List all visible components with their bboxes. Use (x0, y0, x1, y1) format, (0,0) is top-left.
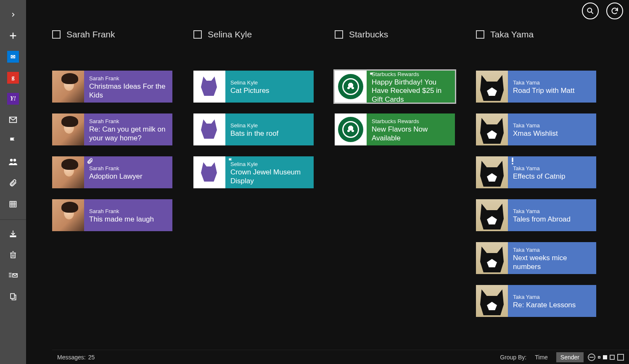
attachment-icon (87, 158, 93, 164)
chevron-right-icon (10, 12, 16, 18)
calendar-icon (9, 200, 17, 208)
nav-copy[interactable] (0, 286, 26, 307)
message-subject: Next weeks mice numbers (513, 254, 591, 271)
svg-rect-20 (11, 294, 14, 299)
message-sender: Taka Yama (513, 165, 591, 171)
message-tile[interactable]: Sarah FrankThis made me laugh (52, 199, 172, 231)
size-xs[interactable] (598, 356, 600, 359)
avatar (476, 199, 508, 231)
column-header[interactable]: Sarah Frank (52, 29, 172, 40)
svg-rect-25 (589, 357, 594, 358)
account-outlook[interactable]: ✉ (0, 46, 26, 67)
message-subject: Effects of Catnip (513, 172, 591, 181)
message-body: Starbucks RewardsNew Flavors Now Availab… (367, 113, 455, 145)
download-icon (9, 229, 17, 238)
search-icon (586, 7, 595, 15)
message-subject: Re: Can you get milk on your way home? (89, 125, 167, 142)
avatar (335, 113, 367, 145)
select-all-checkbox[interactable] (335, 30, 343, 39)
svg-rect-23 (512, 158, 513, 162)
message-tile[interactable]: Taka YamaTales from Abroad (476, 199, 596, 231)
search-button[interactable] (582, 3, 599, 19)
account-google[interactable]: g (0, 67, 26, 88)
avatar (476, 156, 508, 188)
message-sender: Starbucks Rewards (372, 118, 450, 124)
zoom-out-button[interactable] (588, 353, 595, 361)
message-sender: Sarah Frank (89, 118, 167, 124)
message-body: Selina KyleCat Pictures (225, 71, 314, 103)
nav-attachments[interactable] (0, 172, 26, 193)
expand-sidebar-button[interactable] (0, 4, 26, 25)
groupby-time[interactable]: Time (531, 352, 552, 362)
message-body: Taka YamaRe: Karate Lessons (508, 285, 596, 317)
size-md[interactable] (610, 355, 615, 360)
message-tile[interactable]: Sarah FrankRe: Can you get milk on your … (52, 113, 172, 145)
svg-point-4 (13, 159, 16, 161)
select-all-checkbox[interactable] (476, 30, 484, 39)
size-lg[interactable] (617, 354, 624, 361)
svg-point-3 (10, 159, 13, 161)
select-all-checkbox[interactable] (52, 30, 61, 39)
message-tile[interactable]: Taka YamaRe: Karate Lessons (476, 285, 596, 317)
message-sender: Taka Yama (513, 79, 591, 86)
message-tile[interactable]: Taka YamaRoad Trip with Matt (476, 71, 596, 103)
message-tile[interactable]: Taka YamaNext weeks mice numbers (476, 242, 596, 274)
message-sender: Selina Kyle (230, 161, 309, 167)
message-tile[interactable]: Taka YamaXmas Wishlist (476, 113, 596, 145)
message-sender: Selina Kyle (230, 122, 309, 129)
avatar (52, 71, 84, 103)
groupby-sender[interactable]: Sender (556, 352, 584, 362)
avatar (52, 113, 84, 145)
account-yahoo[interactable]: Y! (0, 88, 26, 109)
avatar (52, 199, 84, 231)
size-sm[interactable] (603, 355, 607, 359)
avatar (476, 71, 508, 103)
column-header-label: Taka Yama (490, 29, 534, 40)
groupby-label: Group By: (500, 354, 526, 361)
avatar (52, 156, 84, 188)
message-tile[interactable]: Taka YamaEffects of Catnip (476, 156, 596, 188)
nav-mail[interactable] (0, 109, 26, 130)
message-subject: Bats in the roof (230, 129, 309, 138)
message-sender: Taka Yama (513, 208, 591, 214)
message-subject: Tales from Abroad (513, 215, 591, 224)
message-body: Sarah FrankThis made me laugh (84, 199, 172, 231)
message-sender: Taka Yama (513, 247, 591, 253)
message-tile[interactable]: Sarah FrankAdoption Lawyer (52, 156, 172, 188)
avatar (193, 156, 225, 188)
column-header-label: Starbucks (349, 29, 388, 40)
message-tile[interactable]: Selina KyleCrown Jewel Museum Display (193, 156, 314, 188)
svg-rect-10 (10, 236, 16, 237)
status-bar: Messages: 25 Group By: Time Sender (52, 350, 629, 364)
message-subject: Cat Pictures (230, 87, 309, 95)
messages-count: 25 (88, 354, 95, 361)
column-header[interactable]: Starbucks (335, 29, 455, 40)
important-icon (510, 158, 515, 164)
nav-people[interactable] (0, 151, 26, 172)
message-tile[interactable]: Selina KyleBats in the roof (193, 113, 314, 145)
nav-calendar[interactable] (0, 193, 26, 214)
sidebar: ✉ g Y! (0, 0, 26, 364)
outlook-icon: ✉ (7, 51, 19, 63)
message-tile[interactable]: Starbucks RewardsNew Flavors Now Availab… (335, 113, 455, 145)
nav-mark-read[interactable] (0, 265, 26, 286)
message-tile[interactable]: Selina KyleCat Pictures (193, 71, 314, 103)
nav-trash[interactable] (0, 244, 26, 265)
svg-rect-24 (512, 163, 513, 164)
column-header[interactable]: Taka Yama (476, 29, 596, 40)
message-sender: Taka Yama (513, 122, 591, 129)
message-subject: New Flavors Now Available (372, 125, 450, 142)
size-controls (588, 353, 624, 361)
nav-download[interactable] (0, 223, 26, 244)
copy-icon (9, 293, 17, 301)
people-icon (8, 157, 18, 167)
nav-flagged[interactable] (0, 130, 26, 151)
svg-line-22 (591, 12, 593, 14)
column-header[interactable]: Selina Kyle (193, 29, 314, 40)
compose-button[interactable] (0, 25, 26, 46)
flag-icon (9, 137, 17, 145)
select-all-checkbox[interactable] (193, 30, 202, 39)
message-tile[interactable]: Starbucks RewardsHappy Birthday! You Hav… (335, 71, 455, 103)
refresh-button[interactable] (606, 3, 623, 19)
message-tile[interactable]: Sarah FrankChristmas Ideas For the Kids (52, 71, 172, 103)
